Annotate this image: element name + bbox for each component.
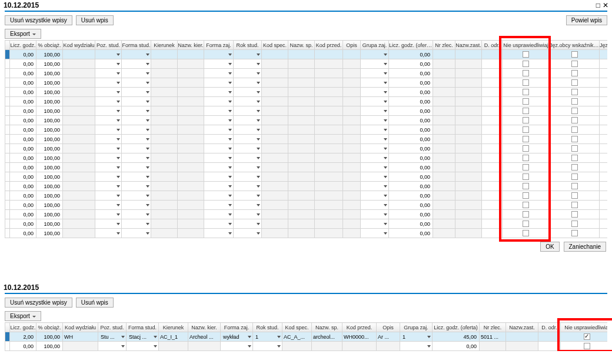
chevron-down-icon xyxy=(384,232,387,235)
chevron-down-icon xyxy=(146,129,149,131)
delete-one-button-2[interactable]: Usuń wpis xyxy=(76,298,114,308)
powiel-button[interactable]: Powiel wpis xyxy=(566,15,607,25)
maximize-icon[interactable]: □ xyxy=(596,2,600,9)
table-row[interactable]: 0,00100,000,00 xyxy=(5,182,608,191)
table-row[interactable]: 0,00100,000,00 xyxy=(5,97,608,106)
chevron-down-icon xyxy=(257,129,260,131)
col-pct[interactable]: % obciąż. xyxy=(36,41,63,50)
nie-uspr-checkbox xyxy=(523,173,529,180)
chevron-down-icon xyxy=(228,91,232,93)
table-row[interactable]: 0,00100,000,00 xyxy=(5,78,608,88)
chevron-down-icon xyxy=(384,129,387,131)
table-row[interactable]: 0,00100,000,00 xyxy=(5,172,608,182)
table-row[interactable]: 2,00 100,00 WH Stu ... Stacj ... AC_I_1 … xyxy=(5,332,608,342)
chevron-down-icon xyxy=(257,223,260,225)
chevron-down-icon xyxy=(117,176,120,178)
table-row[interactable]: 0,00100,000,00 xyxy=(5,153,608,163)
nie-uspr-checkbox xyxy=(523,202,529,208)
table-row[interactable]: 0,00100,000,00 xyxy=(5,59,608,69)
chevron-down-icon xyxy=(228,176,232,178)
chevron-down-icon xyxy=(117,213,120,216)
col-nazwzast[interactable]: Nazw.zast. xyxy=(455,41,482,50)
chevron-down-icon xyxy=(257,157,260,159)
chevron-down-icon xyxy=(146,63,149,65)
ok-button[interactable]: OK xyxy=(540,242,559,252)
table-row[interactable]: 0,00100,000,00 xyxy=(5,135,608,144)
nie-uspr-checkbox xyxy=(584,333,590,340)
delete-all-button[interactable]: Usuń wszystkie wpisy xyxy=(5,15,72,25)
col-jez20[interactable]: Jęz.obcy wskaźnik 2,0 xyxy=(550,41,600,50)
col-nazwsp[interactable]: Nazw. sp. xyxy=(288,41,315,50)
chevron-down-icon xyxy=(228,204,232,206)
chevron-down-icon xyxy=(228,129,232,131)
col-nazwk[interactable]: Nazw. kier. xyxy=(178,41,204,50)
chevron-down-icon xyxy=(427,345,431,348)
table-row[interactable]: 0,00100,000,00 xyxy=(5,229,608,238)
chevron-down-icon xyxy=(146,213,149,216)
chevron-down-icon xyxy=(257,82,260,84)
chevron-down-icon xyxy=(384,72,387,75)
col-opis[interactable]: Opis xyxy=(343,41,361,50)
jez20-checkbox xyxy=(571,173,578,180)
chevron-down-icon xyxy=(154,336,157,338)
chevron-down-icon xyxy=(257,166,260,169)
col-oferta[interactable]: Licz. godz. (oferta) xyxy=(389,41,433,50)
delete-one-button[interactable]: Usuń wpis xyxy=(76,15,114,25)
col-poz[interactable]: Poz. stud. xyxy=(95,41,122,50)
chevron-down-icon xyxy=(384,63,387,65)
chevron-down-icon xyxy=(257,213,260,216)
col-licz[interactable]: Licz. godz. xyxy=(10,41,36,50)
table-row[interactable]: 0,00100,000,00 xyxy=(5,210,608,219)
chevron-down-icon xyxy=(117,82,120,84)
nie-uspr-checkbox xyxy=(523,230,529,236)
main-table: Licz. godz. % obciąż. Kod wydziału Poz. … xyxy=(5,40,607,238)
col-kier[interactable]: Kierunek xyxy=(151,41,178,50)
table-row[interactable]: 0,00100,000,00 xyxy=(5,116,608,125)
eksport-button-2[interactable]: Eksport xyxy=(5,311,41,321)
table-row[interactable]: 0,00100,000,00 xyxy=(5,144,608,153)
chevron-down-icon xyxy=(146,82,149,84)
chevron-down-icon xyxy=(257,72,260,75)
table-row[interactable]: 0,00100,000,00 xyxy=(5,125,608,135)
jez20-checkbox xyxy=(571,89,578,95)
col-jez15[interactable]: Jęz.obcy wskaźnik 1,5 xyxy=(600,41,608,50)
jez20-checkbox xyxy=(571,183,578,189)
chevron-down-icon xyxy=(146,166,149,169)
nie-uspr-checkbox xyxy=(523,117,529,123)
col-nrzlec[interactable]: Nr zlec. xyxy=(433,41,455,50)
col-rok[interactable]: Rok stud. xyxy=(234,41,262,50)
col-grupa[interactable]: Grupa zaj. xyxy=(361,41,389,50)
jez20-checkbox xyxy=(571,70,578,76)
table-row[interactable]: 0,00100,000,00 xyxy=(5,163,608,172)
table-row[interactable]: 0,00100,000,00 xyxy=(5,50,608,59)
col-kodw[interactable]: Kod wydziału xyxy=(63,41,95,50)
nie-uspr-checkbox xyxy=(523,79,529,86)
col-formazaj[interactable]: Forma zaj. xyxy=(204,41,234,50)
jez20-checkbox xyxy=(571,108,578,114)
chevron-down-icon xyxy=(146,54,149,56)
table-row[interactable]: 0,00100,000,00 xyxy=(5,69,608,78)
table-row[interactable]: 0,00100,000,00 xyxy=(5,88,608,97)
close-icon[interactable]: ✕ xyxy=(603,2,608,9)
chevron-down-icon xyxy=(248,345,251,348)
delete-all-button-2[interactable]: Usuń wszystkie wpisy xyxy=(5,298,72,308)
eksport-button[interactable]: Eksport xyxy=(5,29,41,39)
table-row[interactable]: 0,00100,000,00 xyxy=(5,201,608,210)
table-row[interactable]: 0,00 100,00 0,00 xyxy=(5,342,608,351)
table-row[interactable]: 0,00100,000,00 xyxy=(5,106,608,116)
cancel-button[interactable]: Zaniechanie xyxy=(564,242,606,252)
col-kodprzed[interactable]: Kod przed. xyxy=(315,41,343,50)
col-kodspec[interactable]: Kod spec. xyxy=(262,41,288,50)
table-row[interactable]: 0,00100,000,00 xyxy=(5,191,608,201)
col-nieuspr[interactable]: Nie usprawiedliwiaj xyxy=(503,41,550,50)
jez20-checkbox xyxy=(571,202,578,208)
nie-uspr-checkbox xyxy=(523,108,529,114)
col-forma[interactable]: Forma stud. xyxy=(122,41,151,50)
table-row[interactable]: 0,00100,000,00 xyxy=(5,219,608,229)
jez20-checkbox xyxy=(571,51,578,58)
chevron-down-icon xyxy=(228,101,232,103)
chevron-down-icon xyxy=(384,213,387,216)
col-dodr[interactable]: D. odr. xyxy=(482,41,503,50)
chevron-down-icon xyxy=(228,148,232,150)
chevron-down-icon xyxy=(146,204,149,206)
